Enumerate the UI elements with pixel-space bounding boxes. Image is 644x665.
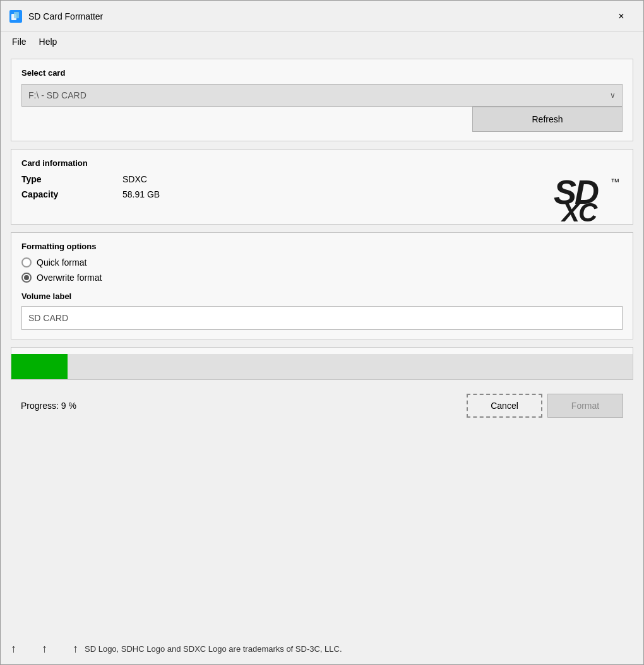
overwrite-format-radio[interactable]: [21, 273, 32, 283]
capacity-value: 58.91 GB: [122, 189, 623, 199]
quick-format-radio[interactable]: [21, 257, 32, 268]
format-button[interactable]: Format: [547, 394, 623, 418]
chevron-down-icon: ∨: [610, 91, 616, 100]
progress-section: [11, 347, 633, 380]
arrow-up-icon-1: ↑: [11, 642, 16, 656]
select-card-section: Select card F:\ - SD CARD ∨ Refresh: [11, 59, 633, 141]
main-content: Select card F:\ - SD CARD ∨ Refresh Card…: [1, 51, 643, 639]
overwrite-format-label: Overwrite format: [37, 273, 102, 283]
svg-rect-2: [14, 12, 19, 18]
footer-text: SD Logo, SDHC Logo and SDXC Logo are tra…: [85, 644, 342, 654]
quick-format-label: Quick format: [37, 257, 86, 268]
svg-text:™: ™: [611, 177, 619, 187]
progress-bar-container: [11, 354, 633, 379]
volume-label-title: Volume label: [21, 291, 623, 301]
app-icon: [8, 9, 23, 24]
refresh-row: Refresh: [21, 107, 623, 132]
type-label: Type: [21, 174, 122, 184]
radio-group: Quick format Overwrite format: [21, 257, 623, 283]
close-button[interactable]: ×: [607, 6, 636, 26]
type-value: SDXC: [122, 174, 623, 184]
card-dropdown-text: F:\ - SD CARD: [28, 90, 86, 100]
card-dropdown[interactable]: F:\ - SD CARD ∨: [21, 84, 623, 107]
arrow-up-icon-3: ↑: [73, 642, 78, 656]
arrow-up-icon-2: ↑: [42, 642, 47, 656]
menu-file[interactable]: File: [6, 34, 33, 49]
volume-label-input[interactable]: [21, 306, 623, 330]
card-info-section: Card information Type SDXC Capacity 58.9…: [11, 149, 633, 225]
menu-help[interactable]: Help: [33, 34, 64, 49]
select-card-title: Select card: [21, 68, 623, 78]
cancel-button[interactable]: Cancel: [467, 394, 542, 418]
app-window: SD Card Formatter × File Help Select car…: [0, 0, 644, 665]
capacity-label: Capacity: [21, 189, 122, 199]
formatting-options-title: Formatting options: [21, 242, 623, 251]
window-title: SD Card Formatter: [28, 11, 607, 21]
menu-bar: File Help: [1, 32, 643, 51]
progress-bar-fill: [11, 354, 68, 379]
progress-text: Progress: 9 %: [21, 401, 462, 411]
card-select-row: F:\ - SD CARD ∨: [21, 84, 623, 107]
refresh-button[interactable]: Refresh: [472, 107, 623, 132]
radio-selected-dot: [24, 275, 29, 280]
overwrite-format-option[interactable]: Overwrite format: [21, 273, 623, 283]
footer: ↑ ↑ ↑ SD Logo, SDHC Logo and SDXC Logo a…: [1, 639, 643, 664]
volume-label-group: Volume label: [21, 291, 623, 330]
sdxc-logo: SD ™ XC: [551, 174, 620, 218]
title-bar: SD Card Formatter ×: [1, 1, 643, 32]
quick-format-option[interactable]: Quick format: [21, 257, 623, 268]
formatting-options-section: Formatting options Quick format Overwrit…: [11, 232, 633, 339]
svg-text:XC: XC: [561, 197, 598, 224]
card-info-title: Card information: [21, 158, 623, 168]
footer-arrows: ↑ ↑ ↑: [11, 642, 78, 656]
card-info-grid: Type SDXC Capacity 58.91 GB: [21, 174, 623, 199]
bottom-bar: Progress: 9 % Cancel Format: [11, 387, 633, 424]
